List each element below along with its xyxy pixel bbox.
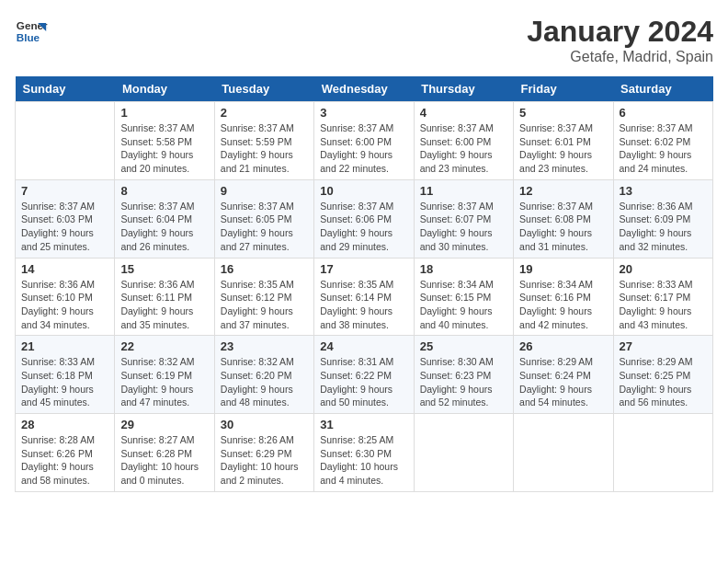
day-number: 29 [120, 418, 208, 431]
week-row-3: 21Sunrise: 8:33 AMSunset: 6:18 PMDayligh… [16, 336, 713, 414]
cell-w2-d6: 20Sunrise: 8:33 AMSunset: 6:17 PMDayligh… [613, 258, 712, 336]
day-info: Sunrise: 8:35 AMSunset: 6:12 PMDaylight:… [221, 278, 308, 332]
day-info: Sunrise: 8:37 AMSunset: 6:08 PMDaylight:… [519, 200, 607, 254]
day-number: 4 [420, 106, 507, 120]
day-number: 16 [221, 262, 308, 276]
cell-w0-d6: 6Sunrise: 8:37 AMSunset: 6:02 PMDaylight… [613, 102, 712, 180]
cell-w2-d3: 17Sunrise: 8:35 AMSunset: 6:14 PMDayligh… [314, 258, 414, 336]
day-info: Sunrise: 8:29 AMSunset: 6:25 PMDaylight:… [620, 355, 707, 409]
day-number: 6 [620, 106, 707, 120]
day-number: 18 [420, 262, 507, 276]
cell-w1-d0: 7Sunrise: 8:37 AMSunset: 6:03 PMDaylight… [16, 179, 115, 258]
day-number: 19 [519, 262, 607, 276]
cell-w0-d1: 1Sunrise: 8:37 AMSunset: 5:58 PMDaylight… [115, 102, 214, 180]
day-number: 17 [320, 262, 407, 276]
day-info: Sunrise: 8:33 AMSunset: 6:18 PMDaylight:… [21, 355, 108, 409]
day-info: Sunrise: 8:37 AMSunset: 5:58 PMDaylight:… [120, 121, 208, 176]
day-number: 25 [420, 339, 507, 353]
day-info: Sunrise: 8:37 AMSunset: 6:07 PMDaylight:… [420, 200, 507, 254]
day-info: Sunrise: 8:30 AMSunset: 6:23 PMDaylight:… [420, 355, 507, 409]
cell-w0-d5: 5Sunrise: 8:37 AMSunset: 6:01 PMDaylight… [514, 102, 613, 180]
logo: General Blue [15, 15, 50, 48]
day-number: 26 [519, 339, 607, 353]
day-info: Sunrise: 8:34 AMSunset: 6:15 PMDaylight:… [420, 278, 507, 332]
cell-w1-d2: 9Sunrise: 8:37 AMSunset: 6:05 PMDaylight… [214, 179, 313, 258]
day-number: 30 [221, 418, 308, 431]
col-wednesday: Wednesday [314, 76, 414, 102]
day-info: Sunrise: 8:37 AMSunset: 6:02 PMDaylight:… [620, 121, 707, 176]
cell-w3-d3: 24Sunrise: 8:31 AMSunset: 6:22 PMDayligh… [314, 336, 414, 414]
cell-w2-d0: 14Sunrise: 8:36 AMSunset: 6:10 PMDayligh… [16, 258, 115, 336]
col-friday: Friday [514, 76, 613, 102]
col-sunday: Sunday [16, 76, 115, 102]
calendar-table: Sunday Monday Tuesday Wednesday Thursday… [15, 76, 713, 492]
day-number: 22 [120, 339, 208, 353]
day-number: 11 [420, 184, 507, 198]
day-info: Sunrise: 8:25 AMSunset: 6:30 PMDaylight:… [320, 433, 407, 488]
cell-w1-d1: 8Sunrise: 8:37 AMSunset: 6:04 PMDaylight… [115, 179, 214, 258]
cell-w3-d4: 25Sunrise: 8:30 AMSunset: 6:23 PMDayligh… [414, 336, 513, 414]
cell-w1-d6: 13Sunrise: 8:36 AMSunset: 6:09 PMDayligh… [613, 179, 712, 258]
week-row-2: 14Sunrise: 8:36 AMSunset: 6:10 PMDayligh… [16, 258, 713, 336]
cell-w1-d5: 12Sunrise: 8:37 AMSunset: 6:08 PMDayligh… [514, 179, 613, 258]
day-info: Sunrise: 8:35 AMSunset: 6:14 PMDaylight:… [320, 278, 407, 332]
day-info: Sunrise: 8:29 AMSunset: 6:24 PMDaylight:… [519, 355, 607, 409]
week-row-0: 1Sunrise: 8:37 AMSunset: 5:58 PMDaylight… [16, 102, 713, 180]
header: General Blue January 2024 Getafe, Madrid… [15, 15, 713, 65]
week-row-1: 7Sunrise: 8:37 AMSunset: 6:03 PMDaylight… [16, 179, 713, 258]
cell-w3-d5: 26Sunrise: 8:29 AMSunset: 6:24 PMDayligh… [514, 336, 613, 414]
day-info: Sunrise: 8:37 AMSunset: 6:03 PMDaylight:… [21, 200, 108, 254]
day-info: Sunrise: 8:37 AMSunset: 5:59 PMDaylight:… [221, 121, 308, 176]
cell-w0-d4: 4Sunrise: 8:37 AMSunset: 6:00 PMDaylight… [414, 102, 513, 180]
day-number: 12 [519, 184, 607, 198]
day-number: 2 [221, 106, 308, 120]
col-tuesday: Tuesday [214, 76, 313, 102]
day-number: 7 [21, 184, 108, 198]
col-monday: Monday [115, 76, 214, 102]
day-info: Sunrise: 8:28 AMSunset: 6:26 PMDaylight:… [21, 433, 108, 488]
cell-w1-d3: 10Sunrise: 8:37 AMSunset: 6:06 PMDayligh… [314, 179, 414, 258]
cell-w4-d4 [414, 414, 513, 492]
cell-w2-d1: 15Sunrise: 8:36 AMSunset: 6:11 PMDayligh… [115, 258, 214, 336]
day-number: 9 [221, 184, 308, 198]
subtitle: Getafe, Madrid, Spain [527, 49, 713, 65]
cell-w0-d2: 2Sunrise: 8:37 AMSunset: 5:59 PMDaylight… [214, 102, 313, 180]
day-info: Sunrise: 8:32 AMSunset: 6:20 PMDaylight:… [221, 355, 308, 409]
day-number: 13 [620, 184, 707, 198]
cell-w4-d2: 30Sunrise: 8:26 AMSunset: 6:29 PMDayligh… [214, 414, 313, 492]
day-number: 31 [320, 418, 407, 431]
cell-w4-d1: 29Sunrise: 8:27 AMSunset: 6:28 PMDayligh… [115, 414, 214, 492]
cell-w0-d0 [16, 102, 115, 180]
logo-icon: General Blue [15, 15, 48, 48]
day-number: 20 [620, 262, 707, 276]
cell-w3-d2: 23Sunrise: 8:32 AMSunset: 6:20 PMDayligh… [214, 336, 313, 414]
cell-w3-d1: 22Sunrise: 8:32 AMSunset: 6:19 PMDayligh… [115, 336, 214, 414]
day-number: 5 [519, 106, 607, 120]
cell-w4-d0: 28Sunrise: 8:28 AMSunset: 6:26 PMDayligh… [16, 414, 115, 492]
main-title: January 2024 [527, 15, 713, 49]
day-number: 14 [21, 262, 108, 276]
col-thursday: Thursday [414, 76, 513, 102]
cell-w3-d6: 27Sunrise: 8:29 AMSunset: 6:25 PMDayligh… [613, 336, 712, 414]
day-number: 24 [320, 339, 407, 353]
day-info: Sunrise: 8:37 AMSunset: 6:04 PMDaylight:… [120, 200, 208, 254]
day-info: Sunrise: 8:37 AMSunset: 6:06 PMDaylight:… [320, 200, 407, 254]
day-info: Sunrise: 8:37 AMSunset: 6:00 PMDaylight:… [420, 121, 507, 176]
cell-w0-d3: 3Sunrise: 8:37 AMSunset: 6:00 PMDaylight… [314, 102, 414, 180]
svg-text:Blue: Blue [17, 31, 40, 43]
day-info: Sunrise: 8:37 AMSunset: 6:01 PMDaylight:… [519, 121, 607, 176]
cell-w2-d4: 18Sunrise: 8:34 AMSunset: 6:15 PMDayligh… [414, 258, 513, 336]
calendar-header-row: Sunday Monday Tuesday Wednesday Thursday… [16, 76, 713, 102]
day-info: Sunrise: 8:34 AMSunset: 6:16 PMDaylight:… [519, 278, 607, 332]
day-info: Sunrise: 8:36 AMSunset: 6:10 PMDaylight:… [21, 278, 108, 332]
day-info: Sunrise: 8:32 AMSunset: 6:19 PMDaylight:… [120, 355, 208, 409]
day-info: Sunrise: 8:37 AMSunset: 6:00 PMDaylight:… [320, 121, 407, 176]
day-number: 8 [120, 184, 208, 198]
day-info: Sunrise: 8:36 AMSunset: 6:11 PMDaylight:… [120, 278, 208, 332]
day-number: 28 [21, 418, 108, 431]
day-number: 23 [221, 339, 308, 353]
day-info: Sunrise: 8:33 AMSunset: 6:17 PMDaylight:… [620, 278, 707, 332]
cell-w2-d2: 16Sunrise: 8:35 AMSunset: 6:12 PMDayligh… [214, 258, 313, 336]
day-info: Sunrise: 8:36 AMSunset: 6:09 PMDaylight:… [620, 200, 707, 254]
day-number: 1 [120, 106, 208, 120]
